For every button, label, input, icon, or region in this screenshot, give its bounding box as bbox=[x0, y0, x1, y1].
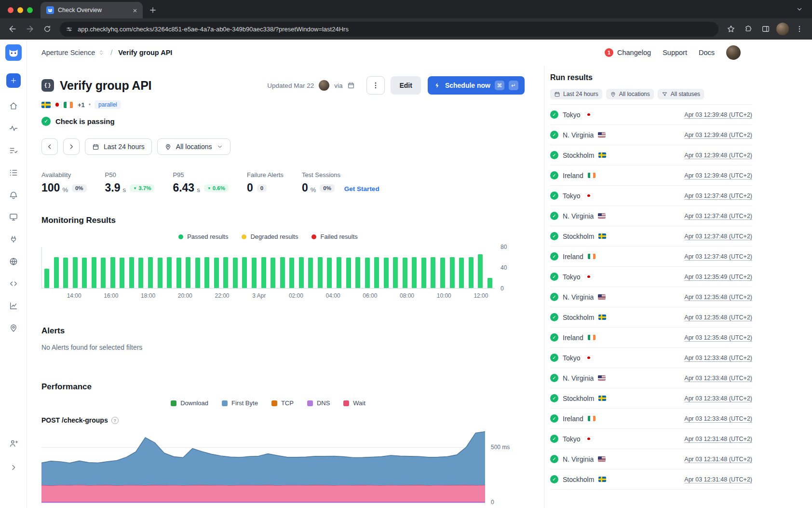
result-bar[interactable] bbox=[280, 257, 285, 288]
result-bar[interactable] bbox=[148, 257, 153, 288]
side-panel-icon[interactable] bbox=[758, 21, 773, 37]
prev-period-button[interactable] bbox=[41, 138, 58, 155]
run-timestamp-link[interactable]: Apr 03 12:37:48 (UTC+2) bbox=[684, 253, 752, 260]
legend-first-byte[interactable]: First Byte bbox=[222, 399, 258, 407]
nav-analytics-chart-icon[interactable] bbox=[8, 300, 19, 312]
run-timestamp-link[interactable]: Apr 03 12:39:48 (UTC+2) bbox=[684, 152, 752, 159]
run-result-row[interactable]: ✓StockholmApr 03 12:39:48 (UTC+2) bbox=[550, 145, 752, 165]
result-bar[interactable] bbox=[204, 257, 209, 288]
result-bar[interactable] bbox=[365, 258, 370, 288]
result-bar[interactable] bbox=[412, 257, 417, 288]
run-timestamp-link[interactable]: Apr 03 12:39:48 (UTC+2) bbox=[684, 172, 752, 179]
edit-button[interactable]: Edit bbox=[391, 76, 420, 95]
result-bar[interactable] bbox=[384, 258, 389, 288]
help-icon[interactable]: ? bbox=[111, 417, 119, 424]
run-result-row[interactable]: ✓StockholmApr 03 12:37:48 (UTC+2) bbox=[550, 226, 752, 247]
result-bar[interactable] bbox=[110, 257, 115, 288]
result-bar[interactable] bbox=[54, 257, 59, 288]
time-range-button[interactable]: Last 24 hours bbox=[85, 138, 152, 155]
legend-wait[interactable]: Wait bbox=[343, 399, 365, 407]
run-result-row[interactable]: ✓StockholmApr 03 12:33:48 (UTC+2) bbox=[550, 388, 752, 409]
run-result-row[interactable]: ✓StockholmApr 03 12:35:48 (UTC+2) bbox=[550, 307, 752, 328]
run-result-row[interactable]: ✓TokyoApr 03 12:31:48 (UTC+2) bbox=[550, 429, 752, 449]
legend-degraded-results[interactable]: Degraded results bbox=[242, 233, 298, 240]
result-bar[interactable] bbox=[478, 254, 483, 288]
browser-profile-avatar[interactable] bbox=[776, 23, 789, 35]
breadcrumb-account[interactable]: Aperture Science bbox=[41, 49, 105, 56]
browser-menu-kebab-icon[interactable] bbox=[792, 21, 807, 37]
run-timestamp-link[interactable]: Apr 03 12:31:48 (UTC+2) bbox=[684, 456, 752, 463]
run-timestamp-link[interactable]: Apr 03 12:35:48 (UTC+2) bbox=[684, 334, 752, 341]
run-result-row[interactable]: ✓N. VirginiaApr 03 12:39:48 (UTC+2) bbox=[550, 125, 752, 145]
result-bar[interactable] bbox=[44, 269, 49, 288]
nav-private-locations-icon[interactable] bbox=[8, 233, 19, 245]
result-bar[interactable] bbox=[82, 258, 87, 288]
result-bar[interactable] bbox=[138, 258, 143, 288]
run-timestamp-link[interactable]: Apr 03 12:35:48 (UTC+2) bbox=[684, 314, 752, 321]
next-period-button[interactable] bbox=[63, 138, 80, 155]
run-result-row[interactable]: ✓N. VirginiaApr 03 12:31:48 (UTC+2) bbox=[550, 449, 752, 469]
window-zoom-button[interactable] bbox=[27, 7, 33, 13]
result-bar[interactable] bbox=[129, 257, 134, 288]
checkly-logo[interactable] bbox=[5, 44, 22, 61]
result-bar[interactable] bbox=[403, 258, 407, 288]
result-bar[interactable] bbox=[299, 257, 304, 288]
result-bar[interactable] bbox=[289, 258, 294, 288]
forward-button[interactable] bbox=[22, 21, 38, 37]
run-result-row[interactable]: ✓N. VirginiaApr 03 12:37:48 (UTC+2) bbox=[550, 206, 752, 226]
run-timestamp-link[interactable]: Apr 03 12:31:48 (UTC+2) bbox=[684, 436, 752, 442]
docs-link[interactable]: Docs bbox=[699, 49, 715, 56]
result-bar[interactable] bbox=[233, 258, 238, 288]
reload-button[interactable] bbox=[40, 21, 55, 37]
legend-dns[interactable]: DNS bbox=[307, 399, 330, 407]
result-bar[interactable] bbox=[346, 258, 351, 288]
nav-snippets-code-icon[interactable] bbox=[8, 278, 19, 289]
result-bar[interactable] bbox=[63, 258, 68, 288]
result-bar[interactable] bbox=[318, 257, 323, 288]
locations-filter-button[interactable]: All locations bbox=[157, 138, 230, 155]
nav-monitoring-icon[interactable] bbox=[8, 123, 19, 134]
result-bar[interactable] bbox=[308, 258, 313, 288]
get-started-link[interactable]: Get Started bbox=[344, 185, 379, 193]
result-bar[interactable] bbox=[459, 258, 464, 288]
collapse-sidebar-chevron-icon[interactable] bbox=[8, 462, 19, 473]
run-result-row[interactable]: ✓N. VirginiaApr 03 12:33:48 (UTC+2) bbox=[550, 368, 752, 388]
result-bar[interactable] bbox=[158, 258, 162, 288]
extensions-icon[interactable] bbox=[741, 21, 756, 37]
user-avatar[interactable] bbox=[726, 45, 741, 60]
run-timestamp-link[interactable]: Apr 03 12:37:48 (UTC+2) bbox=[684, 192, 752, 199]
run-timestamp-link[interactable]: Apr 03 12:39:48 (UTC+2) bbox=[684, 111, 752, 118]
result-bar[interactable] bbox=[355, 257, 360, 288]
result-bar[interactable] bbox=[271, 258, 275, 288]
filter-chip-all-statuses[interactable]: All statuses bbox=[658, 89, 704, 99]
result-bar[interactable] bbox=[393, 257, 398, 288]
site-settings-icon[interactable] bbox=[66, 26, 73, 33]
nav-locations-pin-icon[interactable] bbox=[8, 322, 19, 334]
result-bar[interactable] bbox=[421, 258, 426, 288]
result-bar[interactable] bbox=[120, 258, 124, 288]
run-timestamp-link[interactable]: Apr 03 12:33:48 (UTC+2) bbox=[684, 355, 752, 361]
invite-user-icon[interactable] bbox=[8, 438, 19, 449]
result-bar[interactable] bbox=[73, 257, 78, 288]
run-result-row[interactable]: ✓TokyoApr 03 12:33:48 (UTC+2) bbox=[550, 348, 752, 368]
result-bar[interactable] bbox=[337, 257, 341, 288]
run-result-row[interactable]: ✓TokyoApr 03 12:37:48 (UTC+2) bbox=[550, 186, 752, 206]
run-timestamp-link[interactable]: Apr 03 12:39:48 (UTC+2) bbox=[684, 132, 752, 138]
browser-tab[interactable]: Check Overview × bbox=[41, 2, 143, 18]
result-bar[interactable] bbox=[450, 257, 455, 288]
result-bar[interactable] bbox=[487, 278, 492, 288]
run-result-row[interactable]: ✓TokyoApr 03 12:35:49 (UTC+2) bbox=[550, 267, 752, 287]
result-bar[interactable] bbox=[223, 257, 228, 288]
tab-search-chevron-icon[interactable] bbox=[796, 5, 803, 13]
run-timestamp-link[interactable]: Apr 03 12:33:48 (UTC+2) bbox=[684, 395, 752, 402]
nav-dashboards-icon[interactable] bbox=[8, 211, 19, 223]
nav-checks-icon[interactable] bbox=[8, 145, 19, 156]
result-bar[interactable] bbox=[195, 258, 200, 288]
result-bar[interactable] bbox=[101, 258, 106, 288]
result-bar[interactable] bbox=[431, 257, 435, 288]
nav-home-icon[interactable] bbox=[8, 100, 19, 112]
more-options-button[interactable] bbox=[366, 76, 385, 95]
run-result-row[interactable]: ✓IrelandApr 03 12:33:48 (UTC+2) bbox=[550, 409, 752, 429]
run-result-row[interactable]: ✓TokyoApr 03 12:39:48 (UTC+2) bbox=[550, 105, 752, 125]
back-button[interactable] bbox=[5, 21, 20, 37]
